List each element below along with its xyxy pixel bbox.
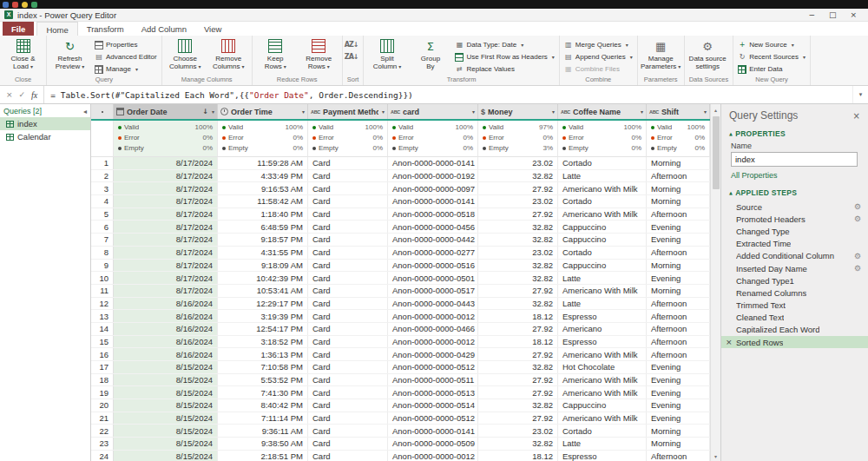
cell-order-time[interactable]: 9:18:09 AM (218, 260, 308, 272)
cell-order-time[interactable]: 10:53:41 AM (218, 285, 308, 297)
cell-coffee-name[interactable]: Americano With Milk (558, 386, 647, 398)
applied-step-added-conditional-column[interactable]: Added Conditional Column⚙ (721, 250, 868, 262)
filter-icon[interactable]: ▾ (382, 109, 385, 115)
ribbon-button-group-by[interactable]: ΣGroupBy (410, 36, 450, 76)
cell-card[interactable]: Anon-0000-0000-0512 (388, 361, 478, 373)
cell-coffee-name[interactable]: Latte (558, 438, 647, 450)
cell-money[interactable]: 18.12 (478, 336, 558, 348)
cell-order-time[interactable]: 7:41:30 PM (218, 386, 308, 398)
cell-payment-method[interactable]: Card (308, 374, 388, 386)
cell-card[interactable]: Anon-0000-0000-0512 (388, 412, 478, 425)
scroll-up-icon[interactable]: ▴ (711, 104, 720, 115)
gear-icon[interactable]: ⚙ (854, 252, 861, 260)
cell-payment-method[interactable]: Card (308, 438, 388, 450)
cell-order-time[interactable]: 5:53:52 PM (218, 374, 308, 386)
cell-order-date[interactable]: 8/17/2024 (114, 195, 218, 207)
applied-step-source[interactable]: Source⚙ (721, 201, 868, 213)
cell-coffee-name[interactable]: Espresso (558, 336, 647, 348)
ribbon-button-data-type-date[interactable]: ▦Data Type: Date▾ (453, 39, 556, 50)
cell-coffee-name[interactable]: Americano With Milk (558, 348, 647, 360)
cell-order-date[interactable]: 8/16/2024 (114, 298, 218, 310)
cell-order-time[interactable]: 9:36:11 AM (218, 425, 308, 437)
cell-coffee-name[interactable]: Latte (558, 170, 647, 182)
cell-shift[interactable]: Afternoon (647, 170, 710, 182)
cell-order-date[interactable]: 8/17/2024 (114, 170, 218, 182)
cell-order-time[interactable]: 7:10:58 PM (218, 361, 308, 373)
query-name-input[interactable] (731, 152, 858, 167)
cell-order-date[interactable]: 8/15/2024 (114, 361, 218, 373)
ribbon-tab-file[interactable]: File (3, 22, 34, 36)
cell-order-time[interactable]: 6:48:59 PM (218, 221, 308, 233)
cell-coffee-name[interactable]: Espresso (558, 451, 647, 461)
cell-shift[interactable]: Evening (647, 361, 710, 373)
all-properties-link[interactable]: All Properties (721, 170, 868, 184)
close-button[interactable]: × (850, 10, 857, 19)
cell-order-date[interactable]: 8/17/2024 (114, 234, 218, 246)
cell-order-date[interactable]: 8/15/2024 (114, 425, 218, 437)
taskbar-smiley-icon[interactable] (22, 2, 28, 8)
cell-coffee-name[interactable]: Americano With Milk (558, 285, 647, 297)
ribbon-button-combine-files[interactable]: ▦Combine Files (562, 63, 635, 75)
cell-order-time[interactable]: 1:36:13 PM (218, 348, 308, 360)
cell-coffee-name[interactable]: Cortado (558, 157, 647, 169)
cell-payment-method[interactable]: Card (308, 323, 388, 335)
cell-card[interactable]: Anon-0000-0000-0012 (388, 336, 478, 348)
cell-card[interactable]: Anon-0000-0000-0513 (388, 386, 478, 398)
cell-money[interactable]: 27.92 (478, 374, 558, 386)
applied-step-changed-type1[interactable]: Changed Type1 (721, 274, 868, 286)
cell-payment-method[interactable]: Card (308, 157, 388, 169)
ribbon-button-choose-columns[interactable]: ChooseColumns▾ (165, 36, 206, 76)
cell-shift[interactable]: Morning (647, 157, 710, 169)
cell-coffee-name[interactable]: Americano With Milk (558, 374, 647, 386)
cell-payment-method[interactable]: Card (308, 336, 388, 348)
query-item-calendar[interactable]: Calendar (0, 130, 90, 143)
cell-coffee-name[interactable]: Americano With Milk (558, 208, 647, 221)
cell-money[interactable]: 32.82 (478, 170, 558, 182)
cell-order-time[interactable]: 11:59:28 AM (218, 157, 308, 169)
formula-input[interactable]: = Table.Sort(#"Capitalized Each Word",{{… (44, 86, 852, 103)
cell-money[interactable]: 23.02 (478, 195, 558, 207)
cell-payment-method[interactable]: Card (308, 285, 388, 297)
applied-step-inserted-day-name[interactable]: Inserted Day Name⚙ (721, 262, 868, 274)
column-header-coffee-name[interactable]: ABCCoffee Name▾ (558, 104, 647, 119)
cell-payment-method[interactable]: Card (308, 272, 388, 284)
ribbon-button-split-column[interactable]: SplitColumn▾ (366, 36, 407, 76)
cell-card[interactable]: Anon-0000-0000-0429 (388, 348, 478, 360)
ribbon-button-recent-sources[interactable]: ↻Recent Sources▾ (736, 51, 807, 63)
cell-card[interactable]: Anon-0000-0000-0443 (388, 298, 478, 310)
cell-money[interactable]: 32.82 (478, 361, 558, 373)
cell-payment-method[interactable]: Card (308, 195, 388, 207)
cell-payment-method[interactable]: Card (308, 425, 388, 437)
applied-step-cleaned-text[interactable]: Cleaned Text (721, 312, 868, 324)
filter-icon[interactable]: ▾ (302, 109, 305, 115)
cell-money[interactable]: 32.82 (478, 298, 558, 310)
cell-card[interactable]: Anon-0000-0000-0456 (388, 221, 478, 233)
cell-order-date[interactable]: 8/15/2024 (114, 451, 218, 461)
cell-shift[interactable]: Evening (647, 399, 710, 412)
cell-money[interactable]: 32.82 (478, 221, 558, 233)
ribbon-button-enter-data[interactable]: Enter Data (736, 63, 807, 75)
cell-shift[interactable]: Evening (647, 412, 710, 425)
cell-money[interactable]: 32.82 (478, 399, 558, 412)
formula-cancel-icon[interactable]: × (6, 90, 13, 99)
cell-card[interactable]: Anon-0000-0000-0141 (388, 157, 478, 169)
cell-order-date[interactable]: 8/16/2024 (114, 348, 218, 360)
cell-card[interactable]: Anon-0000-0000-0442 (388, 234, 478, 246)
cell-card[interactable]: Anon-0000-0000-0514 (388, 399, 478, 412)
filter-icon[interactable]: ▾ (641, 109, 643, 115)
cell-order-date[interactable]: 8/15/2024 (114, 412, 218, 425)
cell-payment-method[interactable]: Card (308, 247, 388, 259)
cell-payment-method[interactable]: Card (308, 208, 388, 221)
formula-expand-button[interactable]: ▾ (852, 86, 868, 103)
cell-order-time[interactable]: 9:38:50 AM (218, 438, 308, 450)
cell-money[interactable]: 32.82 (478, 438, 558, 450)
cell-coffee-name[interactable]: Cappuccino (558, 221, 647, 233)
cell-shift[interactable]: Afternoon (647, 247, 710, 259)
cell-coffee-name[interactable]: Espresso (558, 310, 647, 322)
cell-shift[interactable]: Afternoon (647, 208, 710, 221)
cell-shift[interactable]: Morning (647, 438, 710, 450)
cell-payment-method[interactable]: Card (308, 260, 388, 272)
column-header-shift[interactable]: ABCShift▾ (647, 104, 710, 119)
gear-icon[interactable]: ⚙ (854, 202, 861, 211)
ribbon-button-sort-descending[interactable]: ZA↓ (345, 51, 358, 63)
